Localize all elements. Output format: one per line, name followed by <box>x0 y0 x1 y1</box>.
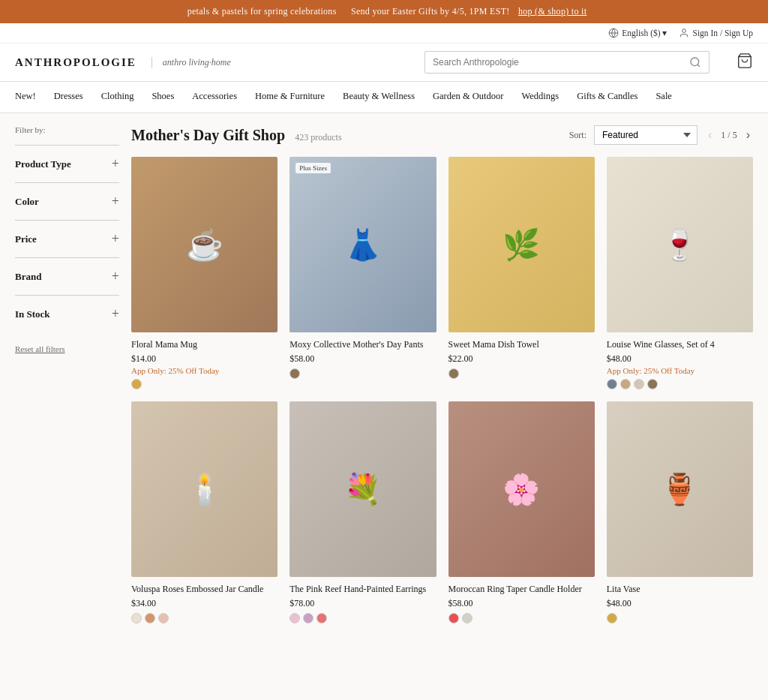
product-price: $48.00 <box>607 353 753 365</box>
main-layout: Filter by: Product Type + Color + Price … <box>0 113 768 635</box>
banner-text2: Send your Easter Gifts by 4/5, 1PM EST! <box>351 6 510 17</box>
nav-item-beauty[interactable]: Beauty & Wellness <box>343 82 415 113</box>
color-swatch[interactable] <box>290 613 300 623</box>
signin-button[interactable]: Sign In / Sign Up <box>679 28 753 38</box>
product-count: 423 products <box>295 132 341 143</box>
color-swatches <box>607 379 753 389</box>
product-card[interactable]: 🏺 Lita Vase $48.00 <box>607 401 753 623</box>
banner-text1: petals & pastels for spring celebrations <box>188 6 337 17</box>
filter-product-type-toggle[interactable]: + <box>112 156 119 172</box>
nav-item-home[interactable]: Home & Furniture <box>255 82 325 113</box>
product-name: Louise Wine Glasses, Set of 4 <box>607 338 753 351</box>
filter-brand[interactable]: Brand + <box>15 257 119 295</box>
filter-product-type-label: Product Type <box>15 158 71 170</box>
color-swatch[interactable] <box>145 613 155 623</box>
product-sale: App Only: 25% Off Today <box>607 366 753 375</box>
filter-color[interactable]: Color + <box>15 182 119 220</box>
filter-brand-header[interactable]: Brand + <box>15 269 119 284</box>
product-card[interactable]: 🌸 Moroccan Ring Taper Candle Holder $58.… <box>448 401 595 623</box>
svg-point-1 <box>682 29 686 33</box>
product-card[interactable]: 👗 Plus Sizes Moxy Collective Mother's Da… <box>290 157 436 389</box>
nav-item-gifts[interactable]: Gifts & Candles <box>577 82 638 113</box>
product-image: 💐 <box>290 401 436 577</box>
filter-price[interactable]: Price + <box>15 220 119 257</box>
nav-item-clothing[interactable]: Clothing <box>101 82 134 113</box>
product-name: Floral Mama Mug <box>131 338 278 351</box>
product-image: 🕯️ <box>131 401 278 577</box>
nav-item-accessories[interactable]: Accessories <box>192 82 237 113</box>
product-grid: ☕ Floral Mama Mug $14.00 App Only: 25% O… <box>131 157 753 623</box>
top-banner: petals & pastels for spring celebrations… <box>0 0 768 23</box>
filter-in-stock-label: In Stock <box>15 308 50 320</box>
reset-filters-button[interactable]: Reset all filters <box>15 344 119 353</box>
product-emoji: 👗 <box>290 157 436 332</box>
color-swatches <box>131 613 278 623</box>
search-input[interactable] <box>433 57 683 68</box>
color-swatch[interactable] <box>647 379 658 389</box>
nav-item-sale[interactable]: Sale <box>656 82 672 113</box>
product-card[interactable]: 🕯️ Voluspa Roses Embossed Jar Candle $34… <box>131 401 278 623</box>
color-swatch[interactable] <box>607 613 617 623</box>
sort-area: Sort: Featured Price: Low to High Price:… <box>569 125 753 145</box>
color-swatch[interactable] <box>448 613 459 623</box>
color-swatch[interactable] <box>290 368 300 379</box>
nav-item-garden[interactable]: Garden & Outdoor <box>433 82 503 113</box>
filter-price-header[interactable]: Price + <box>15 231 119 247</box>
nav-item-shoes[interactable]: Shoes <box>152 82 174 113</box>
cart-button[interactable] <box>736 53 753 72</box>
logo[interactable]: ANTHROPOLOGIE <box>15 56 136 69</box>
product-header: Mother's Day Gift Shop 423 products Sort… <box>131 125 753 145</box>
product-image: ☕ <box>131 157 278 332</box>
color-swatch[interactable] <box>131 613 142 623</box>
filter-in-stock-header[interactable]: In Stock + <box>15 306 119 322</box>
filter-label: Filter by: <box>15 125 119 134</box>
product-image: 🍷 <box>607 157 753 332</box>
main-nav: New! Dresses Clothing Shoes Accessories … <box>0 82 768 113</box>
utility-bar: English ($) ▾ Sign In / Sign Up <box>0 23 768 44</box>
color-swatch[interactable] <box>131 379 142 389</box>
color-swatch[interactable] <box>462 613 472 623</box>
color-swatch[interactable] <box>158 613 169 623</box>
filter-product-type-header[interactable]: Product Type + <box>15 156 119 172</box>
language-label: English ($) ▾ <box>622 28 667 38</box>
product-card[interactable]: 💐 The Pink Reef Hand-Painted Earrings $7… <box>290 401 436 623</box>
product-card[interactable]: 🌿 Sweet Mama Dish Towel $22.00 <box>448 157 595 389</box>
globe-icon <box>608 28 619 38</box>
filter-product-type[interactable]: Product Type + <box>15 145 119 182</box>
banner-link[interactable]: hop (& shop) to it <box>518 6 586 17</box>
next-page-button[interactable]: › <box>743 127 753 143</box>
product-card[interactable]: ☕ Floral Mama Mug $14.00 App Only: 25% O… <box>131 157 278 389</box>
color-swatch[interactable] <box>448 368 459 379</box>
product-image: 🏺 <box>607 401 753 577</box>
product-name: Moxy Collective Mother's Day Pants <box>290 338 436 351</box>
product-image: 🌸 <box>448 401 595 577</box>
color-swatch[interactable] <box>620 379 631 389</box>
nav-item-new[interactable]: New! <box>15 82 36 113</box>
prev-page-button[interactable]: ‹ <box>705 127 715 143</box>
product-name: Voluspa Roses Embossed Jar Candle <box>131 583 278 596</box>
filter-brand-toggle[interactable]: + <box>112 269 119 284</box>
nav-item-dresses[interactable]: Dresses <box>54 82 83 113</box>
filter-in-stock-toggle[interactable]: + <box>112 306 119 322</box>
filter-in-stock[interactable]: In Stock + <box>15 295 119 332</box>
color-swatch[interactable] <box>607 379 617 389</box>
search-bar[interactable] <box>424 51 710 74</box>
product-image: 🌿 <box>448 157 595 332</box>
pagination: ‹ 1 / 5 › <box>705 127 753 143</box>
color-swatches <box>290 368 436 379</box>
filter-price-toggle[interactable]: + <box>112 231 119 247</box>
color-swatch[interactable] <box>303 613 314 623</box>
color-swatch[interactable] <box>316 613 327 623</box>
sort-select[interactable]: Featured Price: Low to High Price: High … <box>594 125 698 145</box>
language-selector[interactable]: English ($) ▾ <box>608 28 667 38</box>
product-card[interactable]: 🍷 Louise Wine Glasses, Set of 4 $48.00 A… <box>607 157 753 389</box>
filter-color-header[interactable]: Color + <box>15 194 119 209</box>
filter-color-toggle[interactable]: + <box>112 194 119 209</box>
signin-label: Sign In / Sign Up <box>692 29 753 38</box>
product-price: $48.00 <box>607 598 753 609</box>
color-swatch[interactable] <box>634 379 644 389</box>
nav-item-weddings[interactable]: Weddings <box>521 82 559 113</box>
color-swatches <box>607 613 753 623</box>
color-swatches <box>131 379 278 389</box>
product-price: $58.00 <box>448 598 595 609</box>
